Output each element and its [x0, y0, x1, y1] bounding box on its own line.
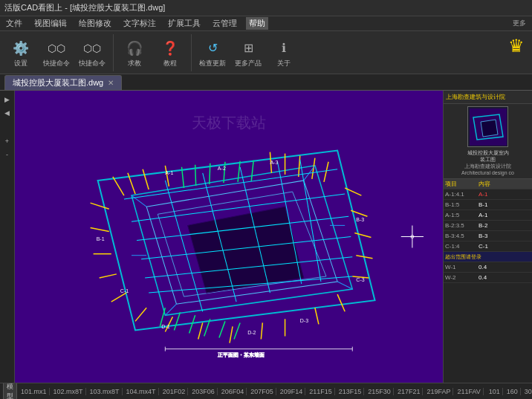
vip-badge[interactable]: ♛	[508, 36, 525, 56]
status-coord-2: 102.mx8T	[51, 388, 86, 395]
svg-text:A-3: A-3	[270, 160, 278, 165]
left-btn-4[interactable]: -	[1, 149, 13, 160]
quick-order-icon: ⬡⬡	[82, 38, 103, 59]
right-panel-table: 项目 内容 A-1:4.1 A-1 B-1:5 B-1 A-1:5 A-1 B-…	[444, 179, 532, 383]
status-coord-10: 211F15	[307, 388, 335, 395]
menu-bar: 文件 视图编辑 绘图修改 文字标注 扩展工具 云管理 帮助 更多	[0, 16, 532, 31]
table-row-5: B-3:4.5 B-3	[444, 231, 532, 241]
label-7: W-1	[444, 264, 477, 270]
settings-icon: ⚙️	[10, 38, 31, 59]
svg-text:A-1: A-1	[165, 170, 173, 175]
check-update-icon: ↺	[202, 38, 223, 59]
status-coord-7: 206F04	[219, 388, 247, 395]
headset-button[interactable]: 🎧 求教	[118, 34, 151, 71]
menu-help[interactable]: 帮助	[246, 17, 268, 30]
cad-drawing: A-1 A-2 A-3 B-1 B-3 C-1 C-3 D-1 D-2 D-3 …	[15, 91, 443, 383]
table-row-7: W-1 0.4	[444, 262, 532, 273]
table-row-1: A-1:4.1 A-1	[444, 189, 532, 200]
menu-extend-tools[interactable]: 扩展工具	[165, 17, 204, 30]
tab-bar: 城投控股大厦装工图.dwg ✕	[0, 74, 532, 91]
canvas-area[interactable]: 天极下载站	[15, 91, 443, 383]
company-sub: Architectural design co	[446, 169, 530, 176]
svg-text:C-1: C-1	[120, 288, 129, 293]
settings-button[interactable]: ⚙️ 设置	[4, 34, 37, 71]
label-5: B-3:4.5	[444, 233, 477, 239]
col-label-header: 项目	[444, 180, 477, 188]
project-sub: 装工图	[446, 156, 530, 163]
table-row-2: B-1:5 B-1	[444, 200, 532, 210]
svg-text:D-1: D-1	[161, 324, 169, 329]
tutorial-label: 教程	[163, 60, 177, 68]
quick-select-button[interactable]: ⬡⬡ 快捷命令	[40, 34, 73, 71]
status-coord-8: 207F05	[248, 388, 276, 395]
svg-marker-81	[481, 120, 498, 137]
menu-cloud[interactable]: 云管理	[210, 17, 240, 30]
status-coord-13: 217F21	[395, 388, 424, 395]
check-update-label: 检查更新	[199, 60, 226, 68]
left-btn-1[interactable]: ▶	[1, 94, 13, 106]
table-row-4: B-2:3.5 B-2	[444, 221, 532, 231]
value-6: C-1	[477, 243, 532, 250]
company-name: 上海勘查建筑设计院	[446, 163, 530, 169]
value-5: B-3	[477, 233, 532, 239]
about-button[interactable]: ℹ 关于	[267, 34, 300, 71]
right-panel: 上海勘查建筑与设计院 城投控股大厦室内 装工图 上海勘查建筑设计院 Archit…	[443, 91, 532, 383]
label-2: B-1:5	[444, 201, 477, 208]
svg-line-35	[210, 163, 210, 184]
title-bar: 活版CAD看图上 - [城投控股大厦装工图.dwg]	[0, 0, 532, 16]
quick-select-icon: ⬡⬡	[46, 38, 67, 59]
status-coord-5: 201F02	[160, 388, 189, 395]
quick-order-button[interactable]: ⬡⬡ 快捷命令	[76, 34, 108, 71]
status-coord-6: 203F06	[189, 388, 218, 395]
label-1: A-1:4.1	[444, 191, 477, 198]
svg-text:正平面图・某东墙面: 正平面图・某东墙面	[218, 352, 265, 357]
value-7: 0.4	[477, 264, 532, 270]
label-8: W-2	[444, 274, 477, 281]
value-2: B-1	[477, 201, 532, 208]
quick-select-label: 快捷命令	[43, 60, 70, 68]
label-3: A-1:5	[444, 212, 477, 218]
right-panel-header: 上海勘查建筑与设计院	[444, 91, 532, 104]
value-3: A-1	[477, 212, 532, 218]
menu-view-edit[interactable]: 视图编辑	[31, 17, 70, 30]
left-btn-2[interactable]: ◀	[1, 107, 13, 119]
svg-text:D-2: D-2	[247, 329, 256, 334]
status-mode-btn[interactable]: 模型	[3, 383, 17, 399]
status-coord-14: 219FAP	[424, 388, 453, 395]
app-title: 活版CAD看图上 - [城投控股大厦装工图.dwg]	[4, 2, 165, 13]
value-8: 0.4	[477, 274, 532, 281]
status-coord-3: 103.mx8T	[88, 388, 123, 395]
status-coord-11: 213F15	[337, 388, 365, 395]
tab-close-icon[interactable]: ✕	[108, 79, 114, 87]
toolbar-divider-1	[113, 34, 114, 71]
tutorial-button[interactable]: ❓ 教程	[154, 34, 186, 71]
headset-label: 求教	[128, 60, 141, 68]
tutorial-icon: ❓	[160, 38, 181, 59]
toolbar-divider-2	[191, 34, 192, 71]
more-products-button[interactable]: ⊞ 更多产品	[232, 34, 265, 71]
table-row-6: C-1:4 C-1	[444, 241, 532, 252]
status-num-3: 302	[522, 388, 532, 395]
label-4: B-2:3.5	[444, 222, 477, 229]
menu-text-dim[interactable]: 文字标注	[120, 17, 159, 30]
svg-text:C-3: C-3	[356, 277, 364, 282]
table-row-8: W-2 0.4	[444, 273, 532, 283]
about-label: 关于	[277, 60, 291, 68]
status-coord-1: 101.mx1	[19, 388, 50, 395]
left-panel: ▶ ◀ + -	[0, 91, 15, 383]
col-value-header: 内容	[477, 180, 532, 188]
menu-draw-modify[interactable]: 绘图修改	[76, 17, 114, 30]
svg-text:B-3: B-3	[356, 217, 364, 222]
menu-file[interactable]: 文件	[3, 17, 25, 30]
table-header-row: 项目 内容	[444, 179, 532, 189]
settings-label: 设置	[14, 60, 27, 68]
check-update-button[interactable]: ↺ 检查更新	[196, 34, 229, 71]
tab-dwg[interactable]: 城投控股大厦装工图.dwg ✕	[4, 75, 122, 90]
value-1: A-1	[477, 191, 532, 198]
quick-order-label: 快捷命令	[79, 60, 106, 68]
about-icon: ℹ	[273, 38, 294, 59]
status-num-1: 101	[487, 388, 503, 395]
left-btn-3[interactable]: +	[1, 135, 13, 147]
status-num-2: 160	[505, 388, 521, 395]
status-coord-9: 209F14	[278, 388, 306, 395]
